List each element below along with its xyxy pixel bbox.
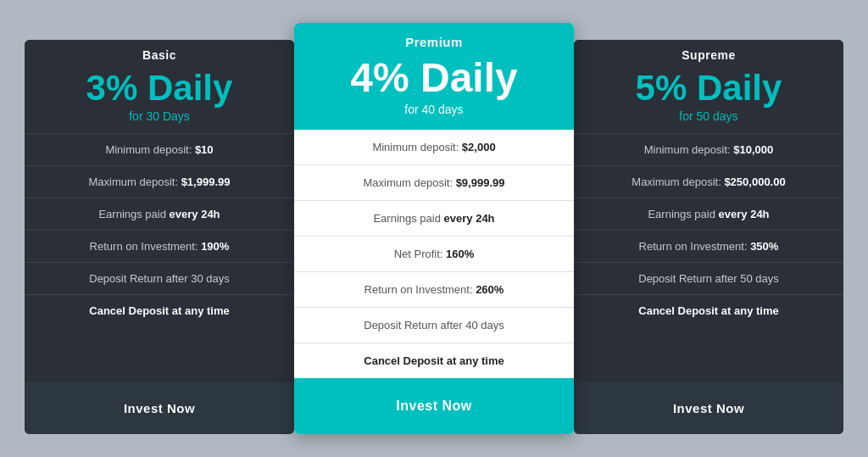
- plans-container: Basic 3% Daily for 30 Days Minimum depos…: [6, 14, 862, 443]
- premium-net-profit: Net Profit: 160%: [294, 237, 574, 272]
- supreme-cancel: Cancel Deposit at any time: [574, 295, 843, 326]
- supreme-deposit-return: Deposit Return after 50 days: [574, 263, 843, 295]
- basic-cancel: Cancel Deposit at any time: [25, 295, 294, 326]
- plan-card-supreme: Supreme 5% Daily for 50 days Minimum dep…: [574, 40, 843, 434]
- supreme-plan-rate: 5% Daily: [574, 69, 843, 108]
- basic-header: Basic 3% Daily for 30 Days: [25, 40, 294, 134]
- premium-min-deposit: Minimum deposit: $2,000: [294, 130, 574, 165]
- basic-plan-duration: for 30 Days: [25, 109, 294, 123]
- plan-card-premium: Premium 4% Daily for 40 days Minimum dep…: [294, 23, 574, 434]
- supreme-min-deposit: Minimum deposit: $10,000: [574, 134, 843, 166]
- premium-max-deposit: Maximum deposit: $9,999.99: [294, 165, 574, 201]
- supreme-invest-button[interactable]: Invest Now: [574, 382, 843, 434]
- basic-features: Minimum deposit: $10 Maximum deposit: $1…: [25, 134, 294, 382]
- premium-header: Premium 4% Daily for 40 days: [294, 23, 574, 130]
- supreme-max-deposit: Maximum deposit: $250,000.00: [574, 166, 843, 198]
- basic-invest-button[interactable]: Invest Now: [25, 382, 294, 434]
- premium-cancel: Cancel Deposit at any time: [294, 343, 574, 378]
- supreme-plan-name: Supreme: [574, 48, 843, 62]
- basic-earnings: Earnings paid every 24h: [25, 198, 294, 231]
- basic-roi: Return on Investment: 190%: [25, 231, 294, 263]
- premium-roi: Return on Investment: 260%: [294, 272, 574, 308]
- premium-plan-rate: 4% Daily: [294, 56, 574, 101]
- supreme-plan-duration: for 50 days: [574, 109, 843, 123]
- premium-plan-name: Premium: [294, 35, 574, 49]
- premium-invest-button[interactable]: Invest Now: [294, 378, 574, 434]
- supreme-header: Supreme 5% Daily for 50 days: [574, 40, 843, 134]
- basic-plan-name: Basic: [25, 48, 294, 62]
- basic-deposit-return: Deposit Return after 30 days: [25, 263, 294, 295]
- basic-plan-rate: 3% Daily: [25, 69, 294, 108]
- basic-max-deposit: Maximum deposit: $1,999.99: [25, 166, 294, 198]
- premium-deposit-return: Deposit Return after 40 days: [294, 308, 574, 343]
- premium-earnings: Earnings paid every 24h: [294, 201, 574, 237]
- premium-plan-duration: for 40 days: [294, 103, 574, 116]
- supreme-roi: Return on Investment: 350%: [574, 231, 843, 263]
- basic-min-deposit: Minimum deposit: $10: [25, 134, 294, 166]
- supreme-earnings: Earnings paid every 24h: [574, 198, 843, 231]
- supreme-features: Minimum deposit: $10,000 Maximum deposit…: [574, 134, 843, 382]
- premium-features: Minimum deposit: $2,000 Maximum deposit:…: [294, 130, 574, 378]
- plan-card-basic: Basic 3% Daily for 30 Days Minimum depos…: [25, 40, 294, 434]
